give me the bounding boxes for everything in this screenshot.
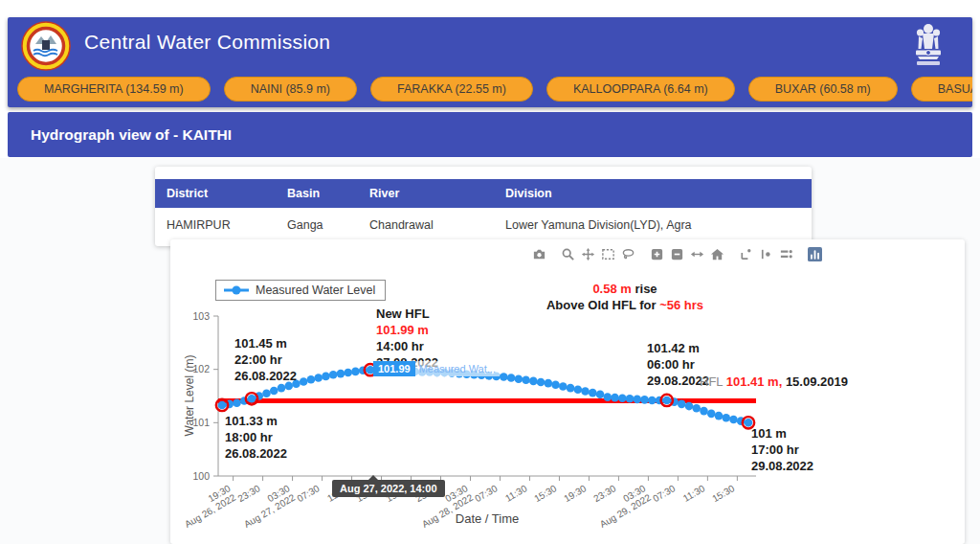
annotation-rise-note: 0.58 m rise Above Old HFL for ~56 hrs xyxy=(486,282,764,314)
svg-text:23:30: 23:30 xyxy=(235,483,262,504)
top-banner: Central Water Commission MARGHERITA (134… xyxy=(8,17,972,107)
station-button[interactable]: BUXAR (60.58 m) xyxy=(748,77,898,102)
svg-text:103: 103 xyxy=(192,310,210,322)
station-button[interactable]: KALLOOPPARA (6.64 m) xyxy=(546,77,735,102)
table-header-row: DistrictBasinRiverDivision xyxy=(155,179,812,208)
station-button[interactable]: MARGHERITA (134.59 m) xyxy=(17,77,211,102)
point-hover-tooltip: 101.99 Measured Wat... xyxy=(373,361,500,376)
legend-marker-icon xyxy=(224,285,249,295)
svg-text:19:30Aug 26, 2022: 19:30Aug 26, 2022 xyxy=(178,483,238,530)
cwc-logo-icon xyxy=(21,21,71,71)
station-button[interactable]: NAINI (85.9 m) xyxy=(224,77,357,102)
svg-text:11:30: 11:30 xyxy=(503,483,529,504)
svg-text:15:30: 15:30 xyxy=(532,483,559,504)
station-button[interactable]: FARAKKA (22.55 m) xyxy=(370,77,533,102)
annotation-start: 101.33 m 18:00 hr 26.08.2022 xyxy=(225,414,287,463)
hydrograph-title-bar: Hydrograph view of - KAITHI xyxy=(8,112,972,157)
table-column-header: River xyxy=(358,179,494,208)
y-axis-title: Water Level (m) xyxy=(183,338,196,453)
station-button[interactable]: BASUA (48.85 m) xyxy=(911,77,972,102)
svg-text:07:30: 07:30 xyxy=(473,483,500,504)
svg-text:15:30: 15:30 xyxy=(710,483,737,504)
station-buttons-row: MARGHERITA (134.59 m)NAINI (85.9 m)FARAK… xyxy=(17,76,972,102)
svg-text:Date / Time: Date / Time xyxy=(456,511,519,526)
legend-label: Measured Water Level xyxy=(256,283,375,297)
svg-text:23:30: 23:30 xyxy=(591,483,618,504)
table-column-header: District xyxy=(155,179,276,208)
svg-text:19:30: 19:30 xyxy=(562,483,589,504)
station-info-card: DistrictBasinRiverDivision HAMIRPURGanga… xyxy=(155,167,812,246)
annotation-hfl-line: HFL 101.41 m, 15.09.2019 xyxy=(700,374,848,391)
svg-text:07:30: 07:30 xyxy=(651,483,678,504)
legend-item-measured-water-level[interactable]: Measured Water Level xyxy=(215,280,386,301)
svg-text:07:30: 07:30 xyxy=(295,483,322,504)
india-national-emblem-icon xyxy=(909,20,947,70)
page: Central Water Commission MARGHERITA (134… xyxy=(0,0,980,544)
hydrograph-card: 10010110210319:30Aug 26, 202223:3003:30A… xyxy=(170,239,965,544)
station-info-table: DistrictBasinRiverDivision HAMIRPURGanga… xyxy=(155,179,812,244)
app-title: Central Water Commission xyxy=(84,31,330,54)
axis-hover-tooltip: Aug 27, 2022, 14:00 xyxy=(332,480,445,497)
page-title: Hydrograph view of - KAITHI xyxy=(31,126,232,143)
svg-text:11:30: 11:30 xyxy=(681,483,707,504)
table-column-header: Basin xyxy=(276,179,358,208)
annotation-end: 101 m 17:00 hr 29.08.2022 xyxy=(751,426,813,475)
svg-text:100: 100 xyxy=(192,470,210,482)
table-column-header: Division xyxy=(494,179,812,208)
annotation-rise1: 101.45 m 22:00 hr 26.08.2022 xyxy=(234,336,297,385)
